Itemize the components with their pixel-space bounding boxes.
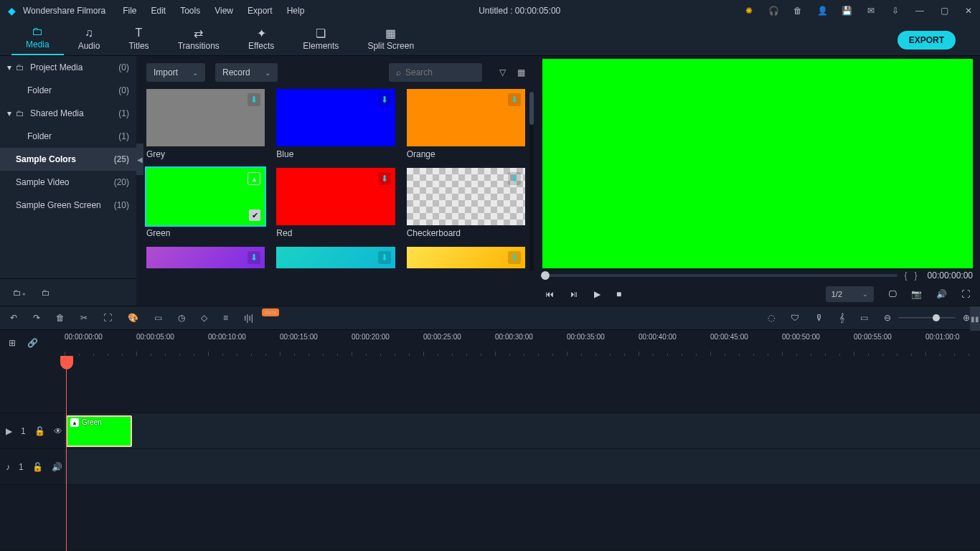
folder-open-icon[interactable]: 🗀 xyxy=(42,288,50,298)
seek-knob[interactable] xyxy=(541,271,550,280)
media-thumb[interactable]: ⬇ xyxy=(407,247,525,268)
audio-wave-icon[interactable]: ı|ı| xyxy=(244,313,253,323)
time-ruler[interactable]: 00:00:00:0000:00:05:0000:00:10:0000:00:1… xyxy=(65,330,980,356)
redo-icon[interactable]: ↷ xyxy=(33,313,40,323)
menu-help[interactable]: Help xyxy=(287,6,305,16)
link-icon[interactable]: 🔗 xyxy=(27,338,38,348)
tab-titles[interactable]: TTitles xyxy=(114,27,163,55)
add-track-icon[interactable]: ⊞ xyxy=(9,338,16,348)
message-icon[interactable]: ✉ xyxy=(865,5,877,17)
download-icon[interactable]: ⬇ xyxy=(378,251,391,264)
play-pause-icon[interactable]: ⏯ xyxy=(570,289,578,299)
lock-icon[interactable]: 🔓 xyxy=(34,426,45,436)
sidebar-item[interactable]: Sample Green Screen(10) xyxy=(0,194,136,217)
media-thumb[interactable]: ⬇Orange xyxy=(407,89,525,159)
import-dropdown[interactable]: Import⌄ xyxy=(146,63,205,82)
timeline-clip[interactable]: ▲ Green xyxy=(66,415,132,447)
media-thumb[interactable]: ⬇Grey xyxy=(146,89,265,159)
quality-dropdown[interactable]: 1/2⌄ xyxy=(826,286,874,302)
media-thumb[interactable]: ⬇Blue xyxy=(276,89,395,159)
speed-icon[interactable]: ◷ xyxy=(178,313,185,323)
marker-icon[interactable]: 🛡 xyxy=(791,313,799,323)
menu-export[interactable]: Export xyxy=(248,6,273,16)
download-icon[interactable]: ⬇ xyxy=(508,93,521,106)
zoom-in-icon[interactable]: ⊕ xyxy=(963,313,970,323)
lock-icon[interactable]: 🔓 xyxy=(32,462,43,472)
aspect-icon[interactable]: ▭ xyxy=(860,313,868,323)
download-icon[interactable]: ⇩ xyxy=(890,5,901,17)
media-thumb[interactable]: ⬇ xyxy=(146,247,265,268)
media-thumb[interactable]: ⬇Red xyxy=(276,168,395,238)
fullscreen-icon[interactable]: ⛶ xyxy=(961,289,970,299)
search-input[interactable] xyxy=(405,67,463,77)
close-icon[interactable]: ✕ xyxy=(963,5,974,17)
render-icon[interactable]: ◌ xyxy=(768,313,775,323)
color-icon[interactable]: 🎨 xyxy=(128,313,138,323)
tab-split-screen[interactable]: ▦Split Screen xyxy=(353,27,428,55)
media-thumb[interactable]: ▲✔Green xyxy=(146,168,265,238)
playhead-line[interactable] xyxy=(66,356,67,551)
sidebar-item[interactable]: Sample Video(20) xyxy=(0,171,136,194)
stop-icon[interactable]: ■ xyxy=(616,289,621,299)
prev-frame-icon[interactable]: ⏮ xyxy=(545,289,554,299)
grid-view-icon[interactable]: ▦ xyxy=(517,67,525,77)
volume-icon[interactable]: 🔊 xyxy=(936,289,947,299)
zoom-out-icon[interactable]: ⊖ xyxy=(884,313,891,323)
mark-in-icon[interactable]: { xyxy=(905,270,908,281)
snapshot-icon[interactable]: 📷 xyxy=(911,289,922,299)
mute-icon[interactable]: 🔊 xyxy=(52,462,62,472)
sidebar-item[interactable]: Folder(1) xyxy=(0,125,136,148)
media-scrollbar[interactable] xyxy=(529,92,534,271)
media-thumb[interactable]: ⬇ xyxy=(276,247,395,268)
download-icon[interactable]: ⬇ xyxy=(248,93,260,106)
download-icon[interactable]: ⬇ xyxy=(248,251,260,264)
search-box[interactable]: ⌕ xyxy=(389,63,482,82)
tab-transitions[interactable]: ⇄Transitions xyxy=(164,27,234,55)
export-button[interactable]: EXPORT xyxy=(897,31,956,50)
new-folder-icon[interactable]: 🗀₊ xyxy=(13,288,26,298)
crop-icon[interactable]: ⛶ xyxy=(103,313,112,323)
adjust-icon[interactable]: ≡ xyxy=(223,313,228,323)
sidebar-collapse-button[interactable]: ◀ xyxy=(136,143,143,175)
subtitle-icon[interactable]: ▭ xyxy=(154,313,162,323)
menu-view[interactable]: View xyxy=(215,6,233,16)
play-icon[interactable]: ▶ xyxy=(594,289,600,299)
cut-icon[interactable]: ✂ xyxy=(80,313,88,323)
keyframe-icon[interactable]: ◇ xyxy=(201,313,207,323)
visibility-icon[interactable]: 👁 xyxy=(54,426,62,436)
tab-media[interactable]: 🗀Media xyxy=(11,25,64,55)
sidebar-item[interactable]: ▾🗀Shared Media(1) xyxy=(0,102,136,125)
video-track-body[interactable]: ▲ Green xyxy=(65,413,980,448)
zoom-knob[interactable] xyxy=(933,314,940,321)
download-icon[interactable]: ⬇ xyxy=(378,93,391,106)
mixer-icon[interactable]: 𝄞 xyxy=(839,313,844,323)
playhead-handle[interactable] xyxy=(60,356,73,369)
sidebar-item[interactable]: Sample Colors(25) xyxy=(0,148,136,171)
filter-icon[interactable]: ▽ xyxy=(499,67,506,77)
download-icon[interactable]: ⬇ xyxy=(378,172,391,185)
sidebar-item[interactable]: Folder(0) xyxy=(0,79,136,102)
menu-edit[interactable]: Edit xyxy=(151,6,166,16)
download-icon[interactable]: ⬇ xyxy=(508,172,521,185)
mark-out-icon[interactable]: } xyxy=(915,270,918,281)
menu-file[interactable]: File xyxy=(123,6,136,16)
account-icon[interactable]: 👤 xyxy=(816,5,828,17)
voiceover-icon[interactable]: 🎙 xyxy=(815,313,824,323)
tips-icon[interactable]: ✺ xyxy=(743,5,755,17)
display-icon[interactable]: 🖵 xyxy=(888,289,897,299)
save-icon[interactable]: 💾 xyxy=(841,5,852,17)
undo-icon[interactable]: ↶ xyxy=(10,313,17,323)
media-thumb[interactable]: ⬇Checkerboard xyxy=(407,168,525,238)
preview-seekbar[interactable] xyxy=(542,274,897,277)
tab-elements[interactable]: ❏Elements xyxy=(288,27,353,55)
minimize-icon[interactable]: — xyxy=(914,5,925,17)
tab-audio[interactable]: ♫Audio xyxy=(64,27,115,55)
menu-tools[interactable]: Tools xyxy=(180,6,200,16)
support-icon[interactable]: 🎧 xyxy=(768,5,779,17)
sidebar-item[interactable]: ▾🗀Project Media(0) xyxy=(0,56,136,79)
delete-icon[interactable]: 🗑 xyxy=(792,5,804,17)
audio-track-body[interactable] xyxy=(65,449,980,484)
timeline-collapse-button[interactable]: ▮▮ xyxy=(970,306,980,331)
download-icon[interactable]: ⬇ xyxy=(508,251,521,264)
zoom-slider[interactable] xyxy=(898,317,956,319)
